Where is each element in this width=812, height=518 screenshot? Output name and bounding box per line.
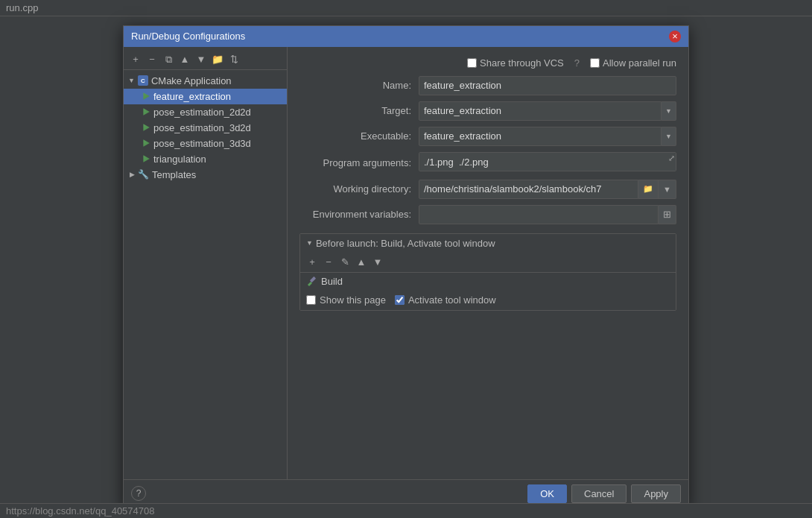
tree-item-pose-3d3d[interactable]: pose_estimation_3d3d <box>124 136 287 151</box>
footer-left: ? <box>131 486 146 501</box>
run-config-icon <box>142 92 150 101</box>
before-launch-chevron-icon: ▼ <box>306 239 313 247</box>
top-bar-text: run.cpp <box>6 2 38 13</box>
env-vars-label: Environment variables: <box>299 209 419 220</box>
args-expand-button[interactable]: ⤢ <box>668 154 675 163</box>
share-vcs-help-icon: ? <box>574 57 580 69</box>
allow-parallel-label[interactable]: Allow parallel run <box>590 57 676 69</box>
name-input[interactable] <box>419 76 676 95</box>
before-launch-toolbar: + − ✎ ▲ ▼ <box>300 253 676 273</box>
working-dir-folder-button[interactable]: 📁 <box>638 180 659 199</box>
ok-button[interactable]: OK <box>527 484 567 503</box>
env-vars-input[interactable] <box>419 205 659 224</box>
executable-select[interactable]: feature_extraction <box>419 127 662 146</box>
tree-item-label: pose_estimation_2d2d <box>153 107 251 118</box>
remove-config-button[interactable]: − <box>145 52 159 67</box>
before-launch-add-button[interactable]: + <box>305 255 320 270</box>
program-args-input[interactable]: ./1.png ./2.png <box>419 152 676 171</box>
tree-item-feature-extraction[interactable]: feature_extraction <box>124 89 287 104</box>
activate-tool-checkbox-label[interactable]: Activate tool window <box>395 294 496 306</box>
env-vars-wrapper: ⊞ <box>419 205 676 224</box>
right-panel: Share through VCS ? Allow parallel run N… <box>288 47 688 479</box>
program-args-label: Program arguments: <box>299 157 419 168</box>
before-launch-footer: Show this page Activate tool window <box>300 290 676 310</box>
cmake-chevron-icon: ▼ <box>128 77 135 84</box>
apply-button[interactable]: Apply <box>631 484 681 503</box>
working-dir-dropdown-button[interactable]: ▼ <box>659 180 676 199</box>
before-launch-header[interactable]: ▼ Before launch: Build, Activate tool wi… <box>300 234 676 253</box>
run-debug-dialog: Run/Debug Configurations × + − ⧉ ▲ ▼ 📁 ⇅ <box>123 25 689 508</box>
cmake-group-label: CMake Application <box>151 75 232 86</box>
target-dropdown-icon[interactable]: ▼ <box>662 101 676 121</box>
working-dir-row: Working directory: 📁 ▼ <box>299 180 676 199</box>
executable-label: Executable: <box>299 130 419 142</box>
help-button[interactable]: ? <box>131 486 146 501</box>
before-launch-remove-button[interactable]: − <box>321 255 336 270</box>
name-row: Name: <box>299 76 676 95</box>
allow-parallel-text: Allow parallel run <box>603 57 676 69</box>
tree-item-triangulation[interactable]: triangulation <box>124 151 287 167</box>
cmake-group: ▼ C CMake Application feature_extraction… <box>124 73 287 167</box>
top-bar: run.cpp <box>0 0 812 16</box>
folder-config-button[interactable]: 📁 <box>210 52 225 67</box>
cmake-app-icon: C <box>138 75 148 86</box>
run-config-icon <box>142 154 150 163</box>
build-item-label: Build <box>321 276 343 287</box>
activate-tool-text: Activate tool window <box>408 294 496 306</box>
allow-parallel-checkbox[interactable] <box>590 58 600 68</box>
svg-rect-1 <box>310 277 316 282</box>
dialog-body: + − ⧉ ▲ ▼ 📁 ⇅ ▼ C CMake Application <box>124 47 688 479</box>
working-dir-wrapper: 📁 ▼ <box>419 180 676 199</box>
show-page-checkbox-label[interactable]: Show this page <box>306 294 386 306</box>
executable-dropdown-icon[interactable]: ▼ <box>662 127 676 146</box>
tree-item-label: pose_estimation_3d3d <box>153 138 251 149</box>
dialog-title: Run/Debug Configurations <box>131 31 245 42</box>
down-config-button[interactable]: ▼ <box>194 52 209 67</box>
share-vcs-checkbox[interactable] <box>467 58 477 68</box>
before-launch-up-button[interactable]: ▲ <box>354 255 369 270</box>
cancel-button[interactable]: Cancel <box>571 484 627 503</box>
working-dir-buttons: 📁 ▼ <box>638 180 676 199</box>
svg-marker-0 <box>308 282 312 286</box>
share-vcs-label[interactable]: Share through VCS <box>467 57 564 69</box>
before-launch-edit-button[interactable]: ✎ <box>337 255 352 270</box>
templates-label: Templates <box>152 169 196 180</box>
cmake-group-header[interactable]: ▼ C CMake Application <box>124 73 287 89</box>
tree-item-label: pose_estimation_3d2d <box>153 122 251 133</box>
env-vars-edit-button[interactable]: ⊞ <box>659 205 676 224</box>
target-row: Target: feature_extraction ▼ <box>299 101 676 121</box>
show-page-checkbox[interactable] <box>306 295 316 305</box>
templates-wrench-icon: 🔧 <box>138 169 149 180</box>
program-args-row: Program arguments: ./1.png ./2.png ⤢ <box>299 152 676 174</box>
title-bar: Run/Debug Configurations × <box>124 26 688 47</box>
tree-item-label: triangulation <box>153 154 206 165</box>
status-bar-url: https://blog.csdn.net/qq_40574708 <box>6 505 155 517</box>
before-launch-down-button[interactable]: ▼ <box>370 255 385 270</box>
status-bar: https://blog.csdn.net/qq_40574708 <box>0 503 812 518</box>
show-page-text: Show this page <box>320 294 386 306</box>
close-button[interactable]: × <box>669 31 681 42</box>
name-label: Name: <box>299 80 419 91</box>
tree-item-label: feature_extraction <box>153 91 231 102</box>
left-panel: + − ⧉ ▲ ▼ 📁 ⇅ ▼ C CMake Application <box>124 47 288 479</box>
executable-row: Executable: feature_extraction ▼ <box>299 127 676 146</box>
templates-header[interactable]: ▶ 🔧 Templates <box>124 167 287 183</box>
env-vars-row: Environment variables: ⊞ <box>299 205 676 224</box>
sort-config-button[interactable]: ⇅ <box>226 52 241 67</box>
activate-tool-checkbox[interactable] <box>395 295 405 305</box>
working-dir-input[interactable] <box>419 180 638 199</box>
templates-chevron-icon: ▶ <box>130 171 135 178</box>
app-overlay: run.cpp Run/Debug Configurations × + − ⧉… <box>0 0 812 518</box>
close-icon: × <box>672 31 678 41</box>
tree-item-pose-2d2d[interactable]: pose_estimation_2d2d <box>124 104 287 120</box>
target-label: Target: <box>299 105 419 116</box>
target-select[interactable]: feature_extraction <box>419 101 662 121</box>
add-config-button[interactable]: + <box>128 52 143 67</box>
copy-config-button[interactable]: ⧉ <box>161 52 176 67</box>
program-args-area: ./1.png ./2.png ⤢ <box>419 152 676 174</box>
target-select-wrapper: feature_extraction ▼ <box>419 101 676 121</box>
before-launch-section: ▼ Before launch: Build, Activate tool wi… <box>299 233 676 311</box>
up-config-button[interactable]: ▲ <box>177 52 192 67</box>
tree-item-pose-3d2d[interactable]: pose_estimation_3d2d <box>124 120 287 136</box>
config-tree: ▼ C CMake Application feature_extraction… <box>124 70 287 186</box>
